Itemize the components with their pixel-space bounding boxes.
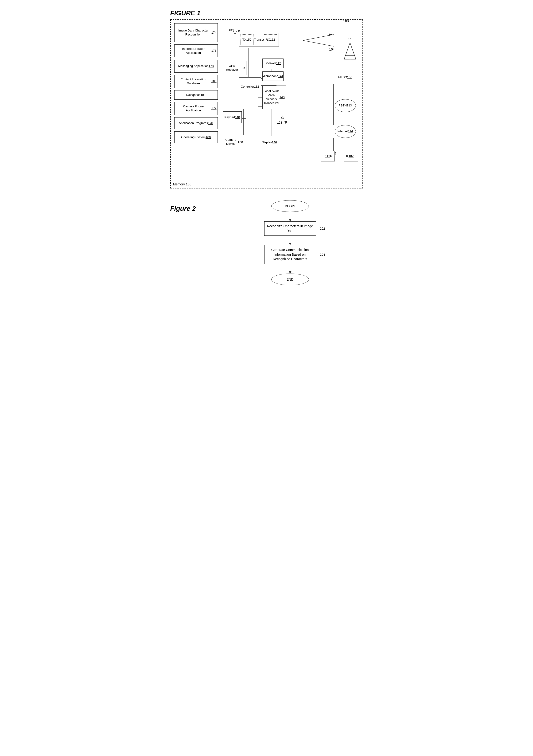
fc-step2-ref: 204	[320, 253, 325, 256]
fc-step2: Generate Communication Information Based…	[264, 245, 316, 264]
comp-speaker: Speaker 142	[262, 59, 283, 68]
antenna-128-symbol: ▽	[281, 115, 284, 120]
memory-label: Memory 136	[173, 182, 192, 186]
svg-marker-35	[335, 151, 336, 155]
app-camera-phone: Camera Phone Application 172	[174, 102, 218, 115]
fc-end: END	[271, 274, 309, 285]
display-arrow-svg	[335, 150, 344, 157]
figure1-wrapper: 100 102 104	[170, 19, 363, 193]
app-contact-info: Contact Infomation Database 180	[174, 75, 218, 88]
fc-arrow-3	[289, 264, 291, 274]
comp-controller: Controller 132	[239, 77, 261, 96]
figure2-title: Figure 2	[170, 200, 217, 212]
ref-154: 154	[229, 28, 234, 32]
app-navigation: Navigation 181	[174, 90, 218, 100]
comp-keypad: Keypad 148	[223, 111, 242, 123]
comp-tx: TX 150	[241, 34, 253, 45]
comp-rx: RX 152	[264, 34, 277, 45]
svg-marker-1	[237, 30, 240, 33]
fc-arrow-1	[289, 212, 291, 221]
comp-microphone: Microphone 144	[262, 71, 283, 81]
app-image-data: Image Data Character Recognition 174	[174, 23, 218, 42]
page: FIGURE 1 100 102 104	[166, 5, 368, 290]
flowchart: BEGIN Recognize Characters in Image Data…	[217, 200, 363, 285]
figure2-area: Figure 2 BEGIN Recognize Characters in I…	[170, 200, 363, 285]
svg-marker-15	[284, 121, 287, 124]
ext-lines-svg	[316, 19, 363, 193]
fc-arrow-2	[289, 236, 291, 245]
fc-step1-ref: 202	[320, 227, 325, 231]
fc-step1: Recognize Characters in Image Data 202	[264, 221, 316, 236]
comp-display: Display 146	[258, 136, 281, 149]
app-internet-browser: Internet Browser Application 176	[174, 44, 218, 57]
comp-lan: Local /Wide Area Network Transceiver 140	[262, 86, 286, 109]
figure1-title: FIGURE 1	[170, 10, 363, 17]
comp-camera: Camera Device 120	[223, 135, 244, 149]
app-os: Operating System 160	[174, 131, 218, 143]
comp-gps: GPS Receiver 135	[223, 61, 246, 75]
svg-marker-32	[346, 155, 349, 157]
svg-marker-34	[330, 155, 333, 157]
fc-begin: BEGIN	[271, 200, 309, 212]
app-programs: Application Programs 170	[174, 117, 218, 129]
app-messaging: Messaging Application 178	[174, 60, 218, 73]
ref-128: 128	[277, 121, 282, 124]
